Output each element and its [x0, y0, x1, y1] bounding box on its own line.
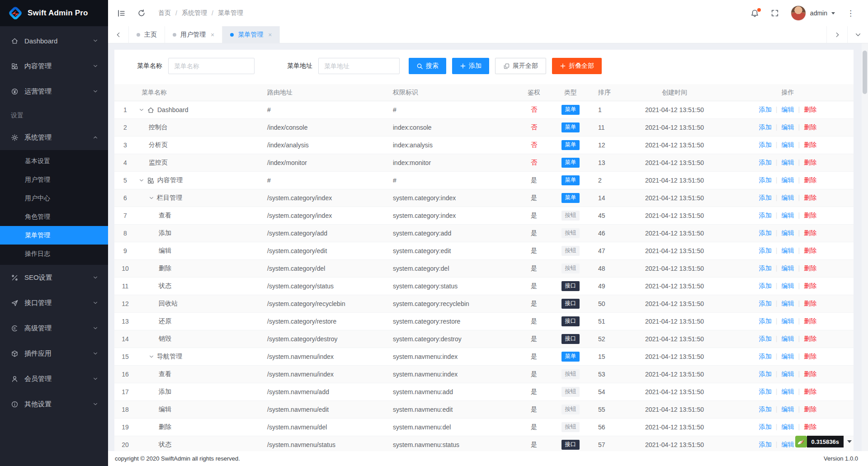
row-action-删除[interactable]: 删除 [804, 176, 816, 184]
row-action-添加[interactable]: 添加 [759, 106, 772, 113]
row-action-添加[interactable]: 添加 [759, 159, 772, 166]
row-action-编辑[interactable]: 编辑 [782, 106, 794, 113]
row-action-删除[interactable]: 删除 [804, 141, 816, 148]
row-action-删除[interactable]: 删除 [804, 353, 816, 360]
sidebar-subitem[interactable]: 操作日志 [0, 245, 108, 263]
expand-chevron-icon[interactable] [139, 107, 144, 113]
row-action-编辑[interactable]: 编辑 [782, 335, 794, 342]
sidebar-item-content[interactable]: 内容管理 [0, 53, 108, 79]
sidebar-item-system[interactable]: 系统管理 [0, 125, 108, 150]
row-action-编辑[interactable]: 编辑 [782, 388, 794, 395]
row-action-编辑[interactable]: 编辑 [782, 212, 794, 219]
expand-chevron-icon[interactable] [149, 354, 154, 359]
more-menu-icon[interactable]: ⋮ [847, 9, 854, 17]
row-action-删除[interactable]: 删除 [804, 212, 816, 219]
fullscreen-icon[interactable] [771, 9, 779, 17]
vertical-scrollbar[interactable] [862, 43, 868, 451]
row-action-编辑[interactable]: 编辑 [782, 264, 794, 272]
row-action-添加[interactable]: 添加 [759, 335, 772, 342]
search-button[interactable]: 搜索 [409, 58, 446, 74]
row-action-编辑[interactable]: 编辑 [782, 159, 794, 166]
row-action-删除[interactable]: 删除 [804, 317, 816, 325]
refresh-icon[interactable] [137, 9, 146, 17]
row-action-编辑[interactable]: 编辑 [782, 282, 794, 289]
row-action-添加[interactable]: 添加 [759, 388, 772, 395]
collapse-sidebar-icon[interactable] [117, 9, 126, 18]
expand-chevron-icon[interactable] [149, 195, 154, 201]
tab-用户管理[interactable]: 用户管理× [165, 26, 222, 43]
row-action-编辑[interactable]: 编辑 [782, 405, 794, 413]
tabs-scroll-right[interactable] [826, 26, 847, 43]
row-action-删除[interactable]: 删除 [804, 264, 816, 272]
tab-主页[interactable]: 主页 [129, 26, 165, 43]
row-action-添加[interactable]: 添加 [759, 353, 772, 360]
sidebar-item-operation[interactable]: 运营管理 [0, 79, 108, 104]
row-action-编辑[interactable]: 编辑 [782, 194, 794, 201]
sidebar-item-advanced[interactable]: 高级管理 [0, 315, 108, 341]
row-action-删除[interactable]: 删除 [804, 300, 816, 307]
notifications-bell-icon[interactable] [750, 9, 759, 18]
sidebar-item-dashboard[interactable]: Dashboard [0, 28, 108, 53]
row-action-添加[interactable]: 添加 [759, 229, 772, 236]
tabs-scroll-left[interactable] [108, 26, 129, 43]
row-action-添加[interactable]: 添加 [759, 123, 772, 131]
logo[interactable]: Swift Admin Pro [0, 0, 108, 26]
row-action-添加[interactable]: 添加 [759, 282, 772, 289]
sidebar-subitem[interactable]: 基本设置 [0, 152, 108, 170]
row-action-添加[interactable]: 添加 [759, 194, 772, 201]
expand-chevron-icon[interactable] [139, 178, 144, 183]
close-icon[interactable]: × [211, 32, 214, 38]
row-action-编辑[interactable]: 编辑 [782, 370, 794, 377]
menu-name-input[interactable] [168, 58, 255, 74]
row-action-编辑[interactable]: 编辑 [782, 123, 794, 131]
row-action-删除[interactable]: 删除 [804, 106, 816, 113]
user-menu[interactable]: admin [791, 5, 835, 21]
row-action-编辑[interactable]: 编辑 [782, 317, 794, 325]
row-action-编辑[interactable]: 编辑 [782, 229, 794, 236]
row-action-删除[interactable]: 删除 [804, 423, 816, 430]
sidebar-item-api[interactable]: 接口管理 [0, 290, 108, 315]
sidebar-item-other[interactable]: 其他设置 [0, 391, 108, 417]
row-action-删除[interactable]: 删除 [804, 159, 816, 166]
row-action-添加[interactable]: 添加 [759, 264, 772, 272]
row-action-添加[interactable]: 添加 [759, 317, 772, 325]
trace-badge[interactable]: 0.315836s [795, 436, 852, 447]
collapse-all-button[interactable]: 折叠全部 [552, 58, 602, 74]
expand-all-button[interactable]: 展开全部 [495, 58, 546, 74]
scrollbar-thumb[interactable] [863, 51, 867, 94]
sidebar-subitem[interactable]: 角色管理 [0, 207, 108, 226]
row-action-编辑[interactable]: 编辑 [782, 300, 794, 307]
row-action-添加[interactable]: 添加 [759, 405, 772, 413]
row-action-编辑[interactable]: 编辑 [782, 141, 794, 148]
row-action-删除[interactable]: 删除 [804, 335, 816, 342]
menu-url-input[interactable] [318, 58, 400, 74]
sidebar-subitem[interactable]: 用户中心 [0, 189, 108, 207]
sidebar-subitem[interactable]: 菜单管理 [0, 226, 108, 245]
row-action-编辑[interactable]: 编辑 [782, 353, 794, 360]
row-action-添加[interactable]: 添加 [759, 212, 772, 219]
close-icon[interactable]: × [268, 32, 272, 38]
row-action-编辑[interactable]: 编辑 [782, 247, 794, 254]
breadcrumb-item[interactable]: 系统管理 [182, 9, 207, 17]
row-action-删除[interactable]: 删除 [804, 388, 816, 395]
tab-菜单管理[interactable]: 菜单管理× [222, 26, 280, 43]
row-action-添加[interactable]: 添加 [759, 423, 772, 430]
sidebar-item-member[interactable]: 会员管理 [0, 366, 108, 391]
breadcrumb-item[interactable]: 首页 [158, 9, 171, 17]
add-button[interactable]: 添加 [452, 58, 489, 74]
row-action-编辑[interactable]: 编辑 [782, 423, 794, 430]
row-action-删除[interactable]: 删除 [804, 405, 816, 413]
row-action-添加[interactable]: 添加 [759, 370, 772, 377]
row-action-删除[interactable]: 删除 [804, 370, 816, 377]
row-action-添加[interactable]: 添加 [759, 300, 772, 307]
sidebar-subitem[interactable]: 用户管理 [0, 170, 108, 189]
row-action-编辑[interactable]: 编辑 [782, 176, 794, 184]
row-action-删除[interactable]: 删除 [804, 229, 816, 236]
row-action-添加[interactable]: 添加 [759, 441, 772, 448]
row-action-添加[interactable]: 添加 [759, 247, 772, 254]
row-action-删除[interactable]: 删除 [804, 247, 816, 254]
sidebar-item-plugin[interactable]: 插件应用 [0, 341, 108, 366]
row-action-删除[interactable]: 删除 [804, 194, 816, 201]
sidebar-item-seo[interactable]: SEO设置 [0, 265, 108, 290]
row-action-编辑[interactable]: 编辑 [782, 441, 794, 448]
